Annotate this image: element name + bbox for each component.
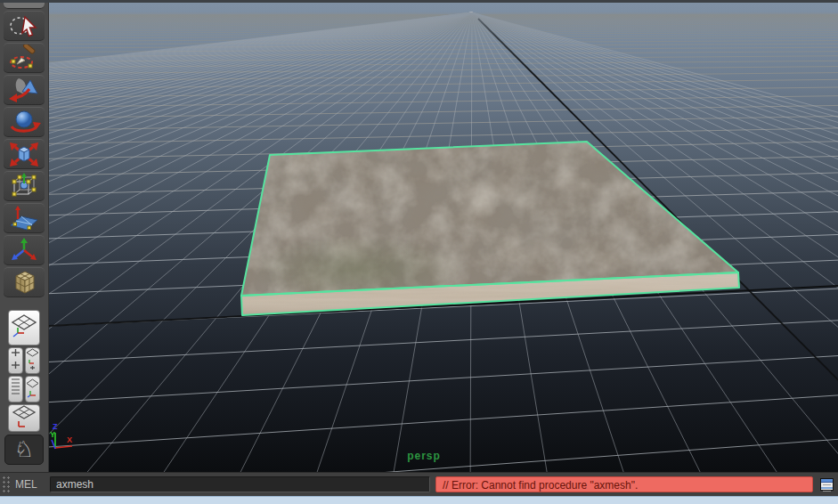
camera-name-label: persp — [407, 450, 441, 462]
command-line-input[interactable] — [50, 476, 430, 492]
axis-y-label: Y — [50, 430, 55, 439]
command-line-error-output: // Error: Cannot find procedure "axmesh"… — [435, 476, 813, 492]
four-view-layout-row — [8, 347, 40, 374]
single-pane-layout-icon — [11, 313, 37, 342]
last-tool-button[interactable] — [4, 267, 45, 297]
scale-tool-icon — [6, 141, 42, 167]
script-editor-icon — [820, 478, 834, 491]
outliner-persp-layout-button[interactable] — [25, 376, 40, 402]
outliner-list-icon — [11, 377, 20, 402]
four-view-layout-button-left[interactable] — [8, 347, 23, 374]
lasso-select-icon — [6, 12, 42, 39]
move-tool-icon — [6, 77, 42, 103]
command-line-drag-grip[interactable] — [1, 475, 11, 494]
four-view-layout-button-right[interactable] — [25, 347, 40, 374]
soft-modification-button[interactable] — [4, 203, 45, 233]
paint-selection-icon — [6, 45, 42, 71]
command-line-bar: MEL // Error: Cannot find procedure "axm… — [0, 472, 838, 496]
persp-graph-layout-button[interactable] — [8, 404, 40, 432]
perspective-viewport[interactable]: Z Y X persp — [49, 3, 838, 472]
last-tool-crate-icon — [6, 269, 42, 296]
rotate-tool-icon — [6, 109, 42, 135]
show-manipulator-icon — [6, 237, 42, 264]
command-line-mode-toggle[interactable]: MEL — [15, 478, 37, 491]
horizon-fog — [49, 12, 838, 77]
universal-manipulator-button[interactable] — [4, 171, 45, 201]
select-tool-button-partial[interactable] — [4, 3, 45, 9]
outliner-pane-button[interactable] — [8, 376, 23, 402]
soft-modification-icon — [6, 205, 42, 232]
script-editor-button[interactable] — [818, 476, 835, 492]
scale-tool-button[interactable] — [4, 139, 45, 169]
help-line-strip — [0, 496, 838, 504]
move-tool-button[interactable] — [4, 75, 45, 105]
maya-window: ♘ — [0, 0, 838, 504]
rotate-tool-button[interactable] — [4, 107, 45, 137]
paint-selection-button[interactable] — [4, 43, 45, 73]
axis-x-label: X — [67, 435, 72, 444]
persp-pane-icon — [26, 347, 39, 374]
persp-graph-layout-icon — [12, 405, 37, 432]
outliner-layout-row — [8, 376, 40, 402]
pegasus-icon: ♘ — [14, 436, 34, 461]
classic-toolbar-button[interactable]: ♘ — [4, 435, 44, 465]
tool-box: ♘ — [0, 3, 49, 472]
persp-pane-icon-2 — [26, 377, 39, 402]
lasso-select-button[interactable] — [4, 11, 45, 41]
plus-panes-icon — [10, 347, 21, 374]
show-manipulator-button[interactable] — [4, 235, 45, 265]
universal-manipulator-icon — [6, 173, 42, 199]
single-pane-layout-button[interactable] — [8, 310, 40, 345]
